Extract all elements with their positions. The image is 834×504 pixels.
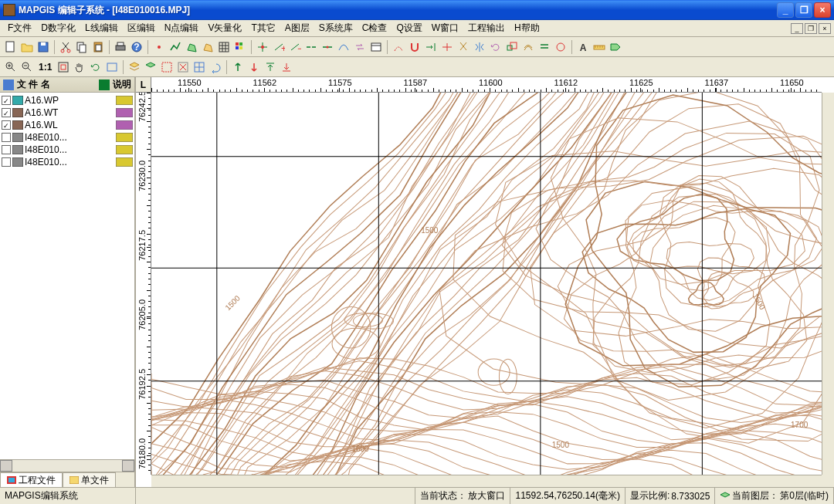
extend-button[interactable] bbox=[423, 39, 439, 55]
mdi-restore-button[interactable]: ❐ bbox=[805, 23, 817, 34]
move-point-button[interactable] bbox=[255, 39, 270, 55]
new-button[interactable] bbox=[3, 39, 19, 55]
layer-vis-button[interactable] bbox=[127, 59, 142, 75]
menu-point-edit[interactable]: N点编辑 bbox=[160, 20, 204, 36]
line-tool-button[interactable] bbox=[168, 39, 183, 55]
menu-other[interactable]: T其它 bbox=[246, 20, 280, 36]
mirror-button[interactable] bbox=[472, 39, 487, 55]
pan-button[interactable] bbox=[72, 59, 87, 75]
tab-project-files[interactable]: 工程文件 bbox=[0, 472, 63, 487]
mdi-minimize-button[interactable]: _ bbox=[791, 23, 803, 34]
file-checkbox[interactable] bbox=[2, 145, 11, 154]
map-canvas[interactable]: 1500 1500 1500 1600 1500 1700 bbox=[151, 93, 822, 475]
menu-layer[interactable]: A图层 bbox=[280, 20, 314, 36]
scroll-right-button[interactable] bbox=[122, 460, 134, 472]
menu-file[interactable]: F文件 bbox=[3, 20, 36, 36]
bottom-button[interactable] bbox=[279, 59, 294, 75]
select-all-button[interactable] bbox=[159, 59, 175, 75]
rotate-button[interactable] bbox=[488, 39, 503, 55]
scroll-track[interactable] bbox=[12, 460, 122, 472]
top-button[interactable] bbox=[263, 59, 278, 75]
sidebar-hscroll[interactable] bbox=[0, 459, 134, 472]
break-line-button[interactable] bbox=[303, 39, 319, 55]
folder-open-icon bbox=[21, 41, 33, 53]
zoom-extent-button[interactable] bbox=[56, 59, 71, 75]
attribute-button[interactable] bbox=[368, 39, 384, 55]
text-icon: A bbox=[577, 41, 589, 53]
grid-on-button[interactable] bbox=[192, 59, 207, 75]
file-item[interactable]: A16.WL bbox=[2, 119, 133, 131]
file-checkbox[interactable] bbox=[2, 96, 11, 105]
map-vscroll[interactable] bbox=[822, 93, 834, 475]
zoom-out-button[interactable] bbox=[19, 59, 35, 75]
deselect-button[interactable] bbox=[175, 59, 191, 75]
mdi-close-button[interactable]: × bbox=[819, 23, 831, 34]
maximize-button[interactable]: ❐ bbox=[795, 2, 812, 18]
layer-edit-button[interactable] bbox=[143, 59, 158, 75]
scissors2-button[interactable] bbox=[456, 39, 471, 55]
del-point-button[interactable]: − bbox=[287, 39, 303, 55]
down-arrow-button[interactable] bbox=[246, 59, 262, 75]
tab-single-files[interactable]: 单文件 bbox=[63, 472, 116, 487]
minimize-button[interactable]: _ bbox=[777, 2, 794, 18]
file-item[interactable]: I48E010... bbox=[2, 156, 133, 168]
file-item[interactable]: I48E010... bbox=[2, 131, 133, 144]
menu-digitize[interactable]: D数字化 bbox=[36, 20, 80, 36]
point-tool-button[interactable] bbox=[151, 39, 167, 55]
menu-vectorize[interactable]: V矢量化 bbox=[203, 20, 246, 36]
menu-help[interactable]: H帮助 bbox=[510, 20, 544, 36]
print-button[interactable] bbox=[113, 39, 128, 55]
menu-region-edit[interactable]: 区编辑 bbox=[123, 20, 160, 36]
add-point-button[interactable]: + bbox=[271, 39, 286, 55]
copy-button[interactable] bbox=[74, 39, 90, 55]
file-item[interactable]: A16.WT bbox=[2, 107, 133, 119]
zoom-ratio-label: 1:1 bbox=[36, 62, 55, 73]
menu-settings[interactable]: Q设置 bbox=[392, 20, 426, 36]
up-arrow-button[interactable] bbox=[230, 59, 246, 75]
smooth-button[interactable] bbox=[336, 39, 351, 55]
table-tool-button[interactable] bbox=[216, 39, 232, 55]
cut-button[interactable] bbox=[58, 39, 73, 55]
file-item[interactable]: I48E010... bbox=[2, 144, 133, 156]
text-tool-button[interactable]: A bbox=[575, 39, 591, 55]
file-item[interactable]: A16.WP bbox=[2, 94, 133, 107]
offset-button[interactable] bbox=[520, 39, 536, 55]
label-button[interactable] bbox=[608, 39, 623, 55]
help-button[interactable]: ? bbox=[129, 39, 144, 55]
scale2-button[interactable] bbox=[504, 39, 520, 55]
menu-window[interactable]: W窗口 bbox=[427, 20, 463, 36]
file-checkbox[interactable] bbox=[2, 120, 11, 130]
color-tool-button[interactable] bbox=[232, 39, 248, 55]
open-button[interactable] bbox=[19, 39, 35, 55]
undo-button[interactable] bbox=[208, 59, 223, 75]
reverse-button[interactable] bbox=[352, 39, 368, 55]
smooth-icon bbox=[337, 41, 350, 53]
parallel-icon bbox=[538, 41, 551, 53]
menu-line-edit[interactable]: L线编辑 bbox=[80, 20, 123, 36]
full-view-button[interactable] bbox=[104, 59, 120, 75]
paste-button[interactable] bbox=[90, 39, 106, 55]
trim-button[interactable] bbox=[439, 39, 455, 55]
close-button[interactable]: × bbox=[814, 2, 831, 18]
file-checkbox[interactable] bbox=[2, 133, 11, 142]
region-tool-button[interactable] bbox=[184, 39, 199, 55]
menu-check[interactable]: C检查 bbox=[358, 20, 392, 36]
menu-syslib[interactable]: S系统库 bbox=[314, 20, 358, 36]
parallel-button[interactable] bbox=[537, 39, 552, 55]
snap-button[interactable] bbox=[407, 39, 422, 55]
file-checkbox[interactable] bbox=[2, 157, 11, 167]
join-line-button[interactable] bbox=[320, 39, 335, 55]
scroll-left-button[interactable] bbox=[0, 460, 12, 472]
trace-button[interactable] bbox=[391, 39, 406, 55]
save-button[interactable] bbox=[36, 39, 51, 55]
svg-point-26 bbox=[557, 43, 564, 51]
region-edit-tool-button[interactable] bbox=[200, 39, 215, 55]
refresh-button[interactable] bbox=[88, 59, 103, 75]
close-loop-button[interactable] bbox=[553, 39, 568, 55]
sidebar-header-file: 文 件 名 bbox=[17, 78, 96, 91]
zoom-in-button[interactable] bbox=[3, 59, 19, 75]
menu-project-output[interactable]: 工程输出 bbox=[463, 20, 510, 36]
measure-button[interactable] bbox=[592, 39, 607, 55]
map-hscroll[interactable] bbox=[151, 475, 822, 487]
file-checkbox[interactable] bbox=[2, 108, 11, 117]
